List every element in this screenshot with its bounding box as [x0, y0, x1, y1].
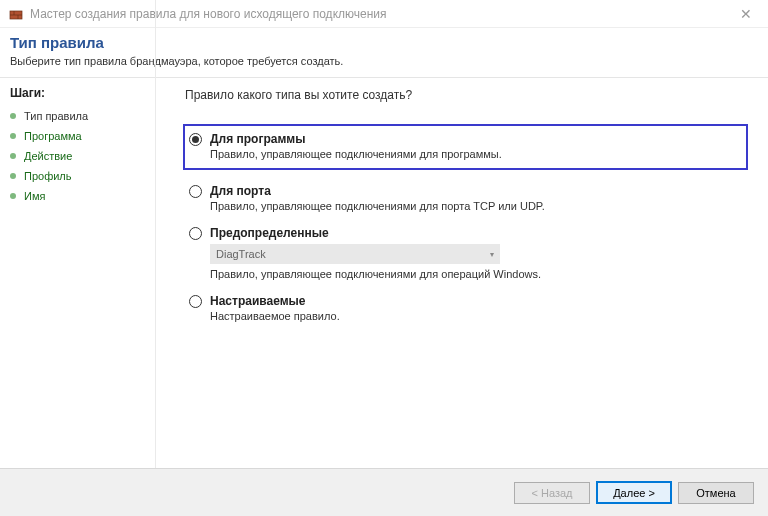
radio-label: Предопределенные [210, 226, 748, 240]
sidebar-item-rule-type[interactable]: Тип правила [10, 108, 155, 124]
radio-desc: Правило, управляющее подключениями для п… [210, 148, 740, 160]
header: Тип правила Выберите тип правила брандма… [0, 28, 768, 78]
sidebar-item-name[interactable]: Имя [10, 188, 155, 204]
main-panel: Правило какого типа вы хотите создать? Д… [155, 78, 768, 466]
radio-option-predefined[interactable]: Предопределенные DiagTrack ▾ Правило, уп… [185, 226, 748, 280]
predefined-dropdown: DiagTrack ▾ [210, 244, 500, 264]
sidebar-item-label: Действие [24, 150, 72, 162]
radio-label: Настраиваемые [210, 294, 748, 308]
body: Шаги: Тип правила Программа Действие Про… [0, 78, 768, 466]
window-title: Мастер создания правила для нового исход… [30, 7, 387, 21]
sidebar-item-label: Профиль [24, 170, 72, 182]
step-bullet-icon [10, 133, 16, 139]
page-title: Тип правила [10, 34, 758, 51]
radio-icon[interactable] [189, 133, 202, 146]
titlebar: Мастер создания правила для нового исход… [0, 0, 768, 28]
back-button: < Назад [514, 482, 590, 504]
radio-desc: Правило, управляющее подключениями для о… [210, 268, 748, 280]
step-bullet-icon [10, 193, 16, 199]
sidebar-item-profile[interactable]: Профиль [10, 168, 155, 184]
radio-icon[interactable] [189, 227, 202, 240]
radio-icon[interactable] [189, 185, 202, 198]
next-button[interactable]: Далее > [596, 481, 672, 504]
radio-option-program[interactable]: Для программы Правило, управляющее подкл… [183, 124, 748, 170]
sidebar-heading: Шаги: [10, 86, 155, 100]
footer: < Назад Далее > Отмена [0, 468, 768, 516]
close-icon[interactable]: ✕ [732, 3, 760, 25]
radio-option-custom[interactable]: Настраиваемые Настраиваемое правило. [185, 294, 748, 322]
dropdown-value: DiagTrack [216, 248, 266, 260]
radio-desc: Правило, управляющее подключениями для п… [210, 200, 748, 212]
sidebar-item-label: Тип правила [24, 110, 88, 122]
page-subtitle: Выберите тип правила брандмауэра, которо… [10, 55, 758, 67]
radio-desc: Настраиваемое правило. [210, 310, 748, 322]
sidebar-item-label: Имя [24, 190, 45, 202]
sidebar-item-program[interactable]: Программа [10, 128, 155, 144]
radio-option-port[interactable]: Для порта Правило, управляющее подключен… [185, 184, 748, 212]
radio-label: Для программы [210, 132, 740, 146]
step-bullet-icon [10, 153, 16, 159]
step-bullet-icon [10, 113, 16, 119]
step-bullet-icon [10, 173, 16, 179]
sidebar-item-action[interactable]: Действие [10, 148, 155, 164]
chevron-down-icon: ▾ [490, 250, 494, 259]
firewall-icon [8, 6, 24, 22]
radio-icon[interactable] [189, 295, 202, 308]
question-text: Правило какого типа вы хотите создать? [185, 88, 748, 102]
sidebar-item-label: Программа [24, 130, 82, 142]
radio-label: Для порта [210, 184, 748, 198]
sidebar: Шаги: Тип правила Программа Действие Про… [0, 78, 155, 466]
cancel-button[interactable]: Отмена [678, 482, 754, 504]
